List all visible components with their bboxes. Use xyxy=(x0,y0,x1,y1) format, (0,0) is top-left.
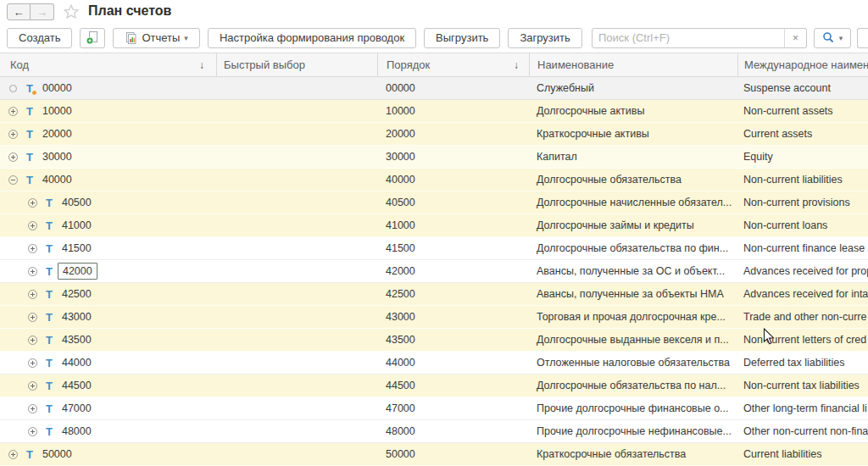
intl-name-cell[interactable]: Other long-term financial li xyxy=(737,397,868,419)
expand-icon[interactable] xyxy=(8,153,18,162)
expand-icon[interactable] xyxy=(28,290,37,299)
quick-select-cell[interactable] xyxy=(216,169,377,191)
quick-select-cell[interactable] xyxy=(216,237,377,259)
code-cell[interactable]: T20000 xyxy=(0,123,216,145)
code-cell[interactable]: T48000 xyxy=(0,420,216,442)
order-cell[interactable]: 47000 xyxy=(377,397,529,419)
create-button[interactable]: Создать xyxy=(7,28,72,48)
expand-icon[interactable] xyxy=(28,404,37,413)
table-row[interactable]: T4300043000Торговая и прочая долгосрочна… xyxy=(0,306,868,329)
name-cell[interactable]: Долгосрочные обязательства xyxy=(529,169,737,191)
code-cell[interactable]: T43500 xyxy=(0,329,216,351)
name-cell[interactable]: Краткосрочные активы xyxy=(529,123,737,145)
order-cell[interactable]: 50000 xyxy=(377,443,529,465)
table-row[interactable]: T4050040500Долгосрочные начисленные обяз… xyxy=(0,191,868,214)
order-cell[interactable]: 43500 xyxy=(377,329,529,351)
order-cell[interactable]: 40500 xyxy=(377,191,529,214)
collapse-icon[interactable] xyxy=(8,175,18,185)
table-row[interactable]: T4100041000Долгосрочные займы и кредитыN… xyxy=(0,214,868,237)
order-cell[interactable]: 43000 xyxy=(377,306,529,328)
quick-select-cell[interactable] xyxy=(216,283,377,305)
quick-select-cell[interactable] xyxy=(216,100,377,122)
name-cell[interactable]: Служебный xyxy=(529,77,737,99)
column-header-order[interactable]: Порядок ↓ xyxy=(377,53,529,76)
quick-select-cell[interactable] xyxy=(216,191,377,214)
quick-select-cell[interactable] xyxy=(216,306,377,328)
name-cell[interactable]: Краткосрочные обязательства xyxy=(529,443,737,465)
code-cell[interactable]: T44500 xyxy=(0,374,216,397)
name-cell[interactable]: Долгосрочные обязательства по фин... xyxy=(529,237,737,259)
expand-icon[interactable] xyxy=(8,450,18,459)
expand-icon[interactable] xyxy=(28,336,37,345)
order-cell[interactable]: 40000 xyxy=(377,169,529,191)
name-cell[interactable]: Прочие долгосрочные финансовые о... xyxy=(529,397,737,419)
quick-select-cell[interactable] xyxy=(216,260,377,282)
intl-name-cell[interactable]: Non-current finance lease xyxy=(737,237,868,259)
quick-select-cell[interactable] xyxy=(216,352,377,374)
intl-name-cell[interactable]: Trade and other non-curre xyxy=(737,306,868,328)
intl-name-cell[interactable]: Non-current tax liabilities xyxy=(737,374,868,397)
code-cell[interactable]: T47000 xyxy=(0,397,216,419)
quick-select-cell[interactable] xyxy=(216,329,377,351)
name-cell[interactable]: Долгосрочные выданные векселя и п... xyxy=(529,329,737,351)
quick-select-cell[interactable] xyxy=(216,397,377,419)
reports-button[interactable]: Отчеты ▾ xyxy=(113,28,199,48)
code-cell[interactable]: T42500 xyxy=(0,283,216,305)
column-header-name[interactable]: Наименование xyxy=(529,53,737,76)
expand-icon[interactable] xyxy=(28,358,37,368)
expand-icon[interactable] xyxy=(28,198,37,208)
intl-name-cell[interactable]: Other non-current non-fina xyxy=(737,420,868,442)
code-cell[interactable]: T30000 xyxy=(0,146,216,168)
intl-name-cell[interactable]: Non-current provisions xyxy=(737,191,868,214)
table-row[interactable]: T4400044000Отложенные налоговые обязател… xyxy=(0,352,868,374)
code-cell[interactable]: T50000 xyxy=(0,443,216,465)
order-cell[interactable]: 48000 xyxy=(377,420,529,442)
intl-name-cell[interactable]: Non-current liabilities xyxy=(737,169,868,191)
table-row[interactable]: T5000050000Краткосрочные обязательстваCu… xyxy=(0,443,868,466)
order-cell[interactable]: 41500 xyxy=(377,237,529,259)
quick-select-cell[interactable] xyxy=(216,420,377,442)
quick-select-cell[interactable] xyxy=(216,77,377,99)
search-options-button[interactable]: ▾ xyxy=(814,28,851,48)
name-cell[interactable]: Долгосрочные начисленные обязател... xyxy=(529,191,737,214)
forward-button[interactable]: → xyxy=(31,3,54,20)
code-cell[interactable]: T44000 xyxy=(0,352,216,374)
expand-icon[interactable] xyxy=(28,313,37,322)
code-cell[interactable]: T42000 xyxy=(0,260,216,282)
search-clear-button[interactable]: × xyxy=(784,28,807,48)
intl-name-cell[interactable]: Non-current assets xyxy=(737,100,868,122)
posting-settings-button[interactable]: Настройка формирования проводок xyxy=(208,28,416,48)
intl-name-cell[interactable]: Non-current letters of cred xyxy=(737,329,868,351)
name-cell[interactable]: Долгосрочные обязательства по нал... xyxy=(529,374,737,397)
table-row[interactable]: T3000030000КапиталEquity xyxy=(0,146,868,169)
quick-select-cell[interactable] xyxy=(216,443,377,465)
intl-name-cell[interactable]: Current liabilities xyxy=(737,443,868,465)
table-row[interactable]: T2000020000Краткосрочные активыCurrent a… xyxy=(0,123,868,146)
column-header-code[interactable]: Код ↓ xyxy=(0,53,216,76)
back-button[interactable]: ← xyxy=(7,3,31,20)
intl-name-cell[interactable]: Non-current loans xyxy=(737,214,868,236)
name-cell[interactable]: Торговая и прочая долгосрочная кре... xyxy=(529,306,737,328)
code-cell[interactable]: T40000 xyxy=(0,169,216,191)
name-cell[interactable]: Отложенные налоговые обязательства xyxy=(529,352,737,374)
expand-icon[interactable] xyxy=(8,130,18,139)
name-cell[interactable]: Долгосрочные займы и кредиты xyxy=(529,214,737,236)
quick-select-cell[interactable] xyxy=(216,214,377,236)
order-cell[interactable]: 41000 xyxy=(377,214,529,236)
order-cell[interactable]: 44000 xyxy=(377,352,529,374)
order-cell[interactable]: 30000 xyxy=(377,146,529,168)
import-button[interactable]: Загрузить xyxy=(508,28,581,48)
name-cell[interactable]: Долгосрочные активы xyxy=(529,100,737,122)
quick-select-cell[interactable] xyxy=(216,146,377,168)
intl-name-cell[interactable]: Advances received for inta xyxy=(737,283,868,305)
table-row[interactable]: T4450044500Долгосрочные обязательства по… xyxy=(0,374,868,397)
name-cell[interactable]: Прочие долгосрочные нефинансовые... xyxy=(529,420,737,442)
table-row[interactable]: T4700047000Прочие долгосрочные финансовы… xyxy=(0,397,868,420)
table-row[interactable]: T4200042000Авансы, полученные за ОС и об… xyxy=(0,260,868,283)
code-cell[interactable]: T00000 xyxy=(0,77,216,99)
quick-select-cell[interactable] xyxy=(216,374,377,397)
expand-icon[interactable] xyxy=(28,381,37,391)
table-row[interactable]: T0000000000СлужебныйSuspense account xyxy=(0,77,868,100)
search-input[interactable] xyxy=(592,28,785,48)
table-row[interactable]: T4250042500Авансы, полученные за объекты… xyxy=(0,283,868,306)
